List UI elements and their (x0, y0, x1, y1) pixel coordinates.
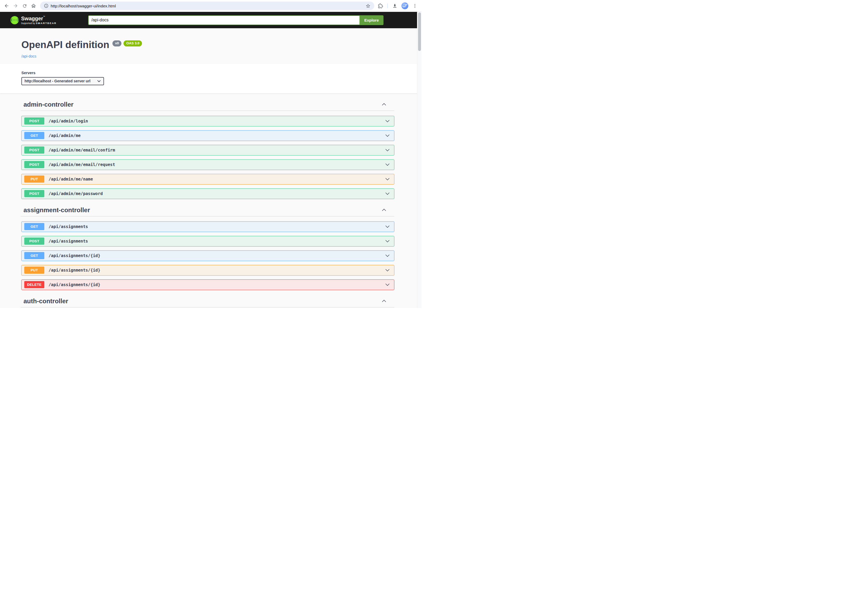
chevron-down-icon[interactable] (385, 254, 390, 257)
endpoint-path: /api/assignments/{id} (48, 282, 100, 287)
trademark-symbol: ™ (43, 16, 45, 18)
controller-title: admin-controller (23, 101, 382, 108)
method-badge: DELETE (24, 281, 44, 289)
method-badge: POST (24, 161, 44, 169)
endpoint-row[interactable]: POST /api/assignments (21, 236, 394, 246)
api-sections: admin-controller POST /api/admin/login G… (0, 101, 417, 308)
chevron-down-icon[interactable] (385, 269, 390, 271)
chevron-down-icon[interactable] (385, 134, 390, 137)
servers-select[interactable]: http://localhost - Generated server url (21, 77, 104, 85)
method-badge: GET (24, 132, 44, 139)
screen: http://localhost/swagger-ui/index.html (0, 0, 421, 308)
swagger-logo[interactable]: {···} Swagger™ Supported by SMARTBEAR (10, 16, 56, 25)
method-badge: POST (24, 117, 44, 125)
info-container: OpenAPI definition v0 OAS 3.0 /api-docs (0, 28, 417, 64)
toolbar-separator (387, 3, 388, 8)
chevron-up-icon[interactable] (382, 299, 386, 302)
extensions-icon[interactable] (376, 1, 385, 10)
explore-form: Explore (88, 15, 384, 25)
chevron-up-icon[interactable] (382, 208, 386, 211)
downloads-icon[interactable] (390, 1, 399, 10)
servers-label: Servers (21, 71, 417, 75)
url-text[interactable]: http://localhost/swagger-ui/index.html (51, 4, 365, 8)
endpoint-path: /api/assignments (48, 224, 88, 229)
endpoint-list: GET /api/assignments POST /api/assignmen… (21, 216, 394, 290)
endpoint-row[interactable]: POST /api/admin/me/email/request (21, 160, 394, 170)
endpoint-path: /api/assignments (48, 239, 88, 243)
chevron-down-icon[interactable] (385, 192, 390, 195)
chevron-down-icon[interactable] (385, 163, 390, 166)
endpoint-path: /api/assignments/{id} (48, 268, 100, 273)
browser-scrollbar[interactable] (417, 12, 421, 308)
method-badge: POST (24, 190, 44, 197)
controller-header[interactable]: admin-controller (21, 101, 394, 108)
endpoint-path: /api/assignments/{id} (48, 253, 100, 258)
browser-toolbar: http://localhost/swagger-ui/index.html (0, 0, 421, 12)
endpoint-path: /api/admin/me/email/request (48, 162, 115, 167)
chevron-down-icon[interactable] (385, 120, 390, 122)
swagger-topbar: {···} Swagger™ Supported by SMARTBEAR Ex… (0, 12, 417, 28)
chevron-down-icon[interactable] (385, 225, 390, 228)
home-icon[interactable] (29, 1, 38, 10)
chevron-down-icon[interactable] (385, 148, 390, 151)
endpoint-row[interactable]: POST /api/admin/me/email/confirm (21, 145, 394, 155)
endpoint-row[interactable]: GET /api/admin/me (21, 131, 394, 141)
endpoint-row[interactable]: GET /api/assignments/{id} (21, 251, 394, 261)
scheme-container: Servers http://localhost - Generated ser… (0, 64, 417, 94)
endpoint-row[interactable]: DELETE /api/assignments/{id} (21, 280, 394, 290)
controller-header[interactable]: auth-controller (21, 298, 394, 305)
spec-url-input[interactable] (88, 15, 359, 25)
endpoint-path: /api/admin/me/password (48, 191, 103, 196)
endpoint-row[interactable]: POST /api/admin/me/password (21, 188, 394, 199)
method-badge: GET (24, 223, 44, 230)
scrollbar-thumb[interactable] (418, 12, 421, 51)
swagger-logo-text: Swagger™ (21, 16, 56, 21)
endpoint-row[interactable]: GET /api/assignments (21, 221, 394, 232)
bookmark-star-icon[interactable] (365, 3, 371, 9)
supported-by-text: Supported by SMARTBEAR (21, 22, 56, 25)
forward-icon[interactable] (11, 1, 20, 10)
site-info-icon[interactable] (44, 3, 48, 8)
endpoint-path: /api/admin/me (48, 133, 81, 138)
endpoint-row[interactable]: POST /api/admin/login (21, 116, 394, 126)
endpoint-path: /api/admin/login (48, 119, 88, 123)
spec-link[interactable]: /api-docs (21, 54, 37, 58)
endpoint-path: /api/admin/me/name (48, 177, 93, 182)
chevron-down-icon[interactable] (385, 177, 390, 180)
method-badge: PUT (24, 267, 44, 274)
method-badge: GET (24, 252, 44, 260)
endpoint-row[interactable]: PUT /api/admin/me/name (21, 174, 394, 185)
chevron-down-icon[interactable] (385, 283, 390, 286)
profile-avatar[interactable] (400, 1, 409, 10)
servers-selected-value: http://localhost - Generated server url (25, 79, 97, 83)
oas-badge: OAS 3.0 (123, 40, 142, 47)
method-badge: POST (24, 238, 44, 245)
method-badge: POST (24, 147, 44, 154)
version-badge: v0 (113, 40, 122, 47)
swagger-page: {···} Swagger™ Supported by SMARTBEAR Ex… (0, 12, 417, 308)
controller-section: admin-controller POST /api/admin/login G… (21, 101, 394, 199)
controller-header[interactable]: assignment-controller (21, 207, 394, 214)
explore-button[interactable]: Explore (359, 15, 384, 25)
toolbar-right (376, 1, 419, 10)
controller-section: assignment-controller GET /api/assignmen… (21, 207, 394, 290)
avatar (402, 2, 408, 9)
back-icon[interactable] (2, 1, 11, 10)
controller-section: auth-controller (21, 298, 394, 308)
controller-title: assignment-controller (23, 207, 382, 214)
endpoint-row[interactable]: PUT /api/assignments/{id} (21, 265, 394, 276)
chevron-up-icon[interactable] (382, 103, 386, 106)
controller-title: auth-controller (23, 298, 382, 305)
endpoint-list: POST /api/admin/login GET /api/admin/me … (21, 111, 394, 199)
page-title: OpenAPI definition v0 OAS 3.0 (21, 39, 417, 51)
chevron-down-icon (97, 80, 101, 82)
chevron-down-icon[interactable] (385, 240, 390, 242)
browser-menu-icon[interactable] (411, 1, 419, 10)
method-badge: PUT (24, 176, 44, 183)
reload-icon[interactable] (20, 1, 29, 10)
swagger-logo-icon: {···} (10, 16, 19, 24)
endpoint-list (21, 308, 394, 308)
endpoint-path: /api/admin/me/email/confirm (48, 148, 115, 153)
url-bar[interactable]: http://localhost/swagger-ui/index.html (40, 1, 374, 10)
